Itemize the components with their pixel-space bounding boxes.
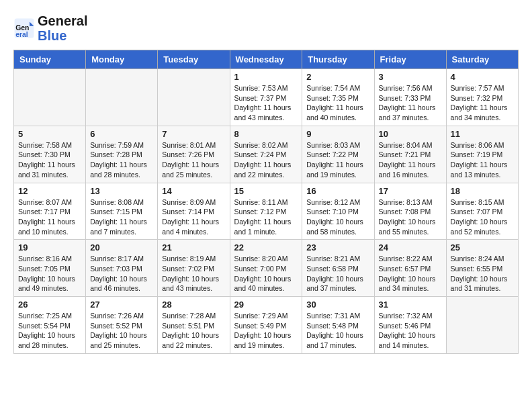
calendar-cell [86, 69, 158, 126]
day-number: 9 [306, 129, 369, 139]
calendar-cell: 28Sunrise: 7:28 AM Sunset: 5:51 PM Dayli… [158, 297, 230, 354]
svg-text:eral: eral [15, 31, 28, 38]
day-info: Sunrise: 7:54 AM Sunset: 7:35 PM Dayligh… [306, 83, 369, 123]
logo: Gen eral General Blue [13, 13, 87, 43]
day-number: 26 [18, 300, 81, 310]
calendar-cell: 30Sunrise: 7:31 AM Sunset: 5:48 PM Dayli… [302, 297, 374, 354]
day-number: 8 [234, 129, 298, 139]
logo-icon: Gen eral [13, 17, 35, 39]
calendar-cell: 17Sunrise: 8:13 AM Sunset: 7:08 PM Dayli… [374, 183, 446, 240]
day-info: Sunrise: 8:03 AM Sunset: 7:22 PM Dayligh… [306, 140, 369, 180]
weekday-header-sunday: Sunday [14, 50, 86, 69]
day-info: Sunrise: 8:16 AM Sunset: 7:05 PM Dayligh… [18, 254, 81, 293]
calendar-cell: 14Sunrise: 8:09 AM Sunset: 7:14 PM Dayli… [158, 183, 230, 240]
day-info: Sunrise: 8:24 AM Sunset: 6:55 PM Dayligh… [451, 254, 514, 293]
day-info: Sunrise: 8:04 AM Sunset: 7:21 PM Dayligh… [379, 140, 442, 180]
calendar-cell: 2Sunrise: 7:54 AM Sunset: 7:35 PM Daylig… [302, 69, 374, 126]
day-number: 6 [90, 129, 153, 139]
calendar-cell: 27Sunrise: 7:26 AM Sunset: 5:52 PM Dayli… [86, 297, 158, 354]
day-info: Sunrise: 8:13 AM Sunset: 7:08 PM Dayligh… [379, 197, 442, 237]
logo-blue: Blue [38, 28, 66, 43]
day-info: Sunrise: 7:53 AM Sunset: 7:37 PM Dayligh… [234, 83, 298, 123]
calendar-cell: 16Sunrise: 8:12 AM Sunset: 7:10 PM Dayli… [302, 183, 374, 240]
day-number: 25 [451, 242, 514, 253]
calendar-cell: 15Sunrise: 8:11 AM Sunset: 7:12 PM Dayli… [230, 183, 302, 240]
day-info: Sunrise: 7:59 AM Sunset: 7:28 PM Dayligh… [90, 140, 153, 180]
day-number: 30 [306, 300, 369, 310]
calendar-cell: 25Sunrise: 8:24 AM Sunset: 6:55 PM Dayli… [446, 240, 518, 297]
day-info: Sunrise: 8:07 AM Sunset: 7:17 PM Dayligh… [18, 197, 81, 237]
day-number: 31 [379, 300, 442, 310]
calendar-cell: 20Sunrise: 8:17 AM Sunset: 7:03 PM Dayli… [86, 240, 158, 297]
calendar-cell: 9Sunrise: 8:03 AM Sunset: 7:22 PM Daylig… [302, 126, 374, 183]
day-info: Sunrise: 7:25 AM Sunset: 5:54 PM Dayligh… [18, 311, 81, 351]
day-number: 22 [234, 242, 298, 253]
calendar-cell: 22Sunrise: 8:20 AM Sunset: 7:00 PM Dayli… [230, 240, 302, 297]
day-number: 12 [18, 186, 81, 196]
calendar-cell: 31Sunrise: 7:32 AM Sunset: 5:46 PM Dayli… [374, 297, 446, 354]
day-info: Sunrise: 8:09 AM Sunset: 7:14 PM Dayligh… [162, 197, 225, 237]
calendar-cell [158, 69, 230, 126]
calendar-cell: 3Sunrise: 7:56 AM Sunset: 7:33 PM Daylig… [374, 69, 446, 126]
day-number: 23 [306, 242, 369, 253]
day-number: 2 [306, 72, 369, 82]
day-info: Sunrise: 7:58 AM Sunset: 7:30 PM Dayligh… [18, 140, 81, 180]
day-info: Sunrise: 8:19 AM Sunset: 7:02 PM Dayligh… [162, 254, 225, 293]
calendar-week-5: 26Sunrise: 7:25 AM Sunset: 5:54 PM Dayli… [14, 297, 519, 354]
day-info: Sunrise: 8:21 AM Sunset: 6:58 PM Dayligh… [306, 254, 369, 293]
page-header: Gen eral General Blue [13, 13, 519, 43]
day-info: Sunrise: 8:12 AM Sunset: 7:10 PM Dayligh… [306, 197, 369, 237]
day-info: Sunrise: 8:17 AM Sunset: 7:03 PM Dayligh… [90, 254, 153, 293]
day-number: 10 [379, 129, 442, 139]
day-info: Sunrise: 7:57 AM Sunset: 7:32 PM Dayligh… [451, 83, 514, 123]
day-info: Sunrise: 7:31 AM Sunset: 5:48 PM Dayligh… [306, 311, 369, 351]
calendar-cell [14, 69, 86, 126]
day-number: 16 [306, 186, 369, 196]
day-number: 29 [234, 300, 298, 310]
calendar-week-3: 12Sunrise: 8:07 AM Sunset: 7:17 PM Dayli… [14, 183, 519, 240]
day-number: 11 [451, 129, 514, 139]
calendar-cell: 24Sunrise: 8:22 AM Sunset: 6:57 PM Dayli… [374, 240, 446, 297]
day-info: Sunrise: 8:06 AM Sunset: 7:19 PM Dayligh… [451, 140, 514, 180]
day-number: 7 [162, 129, 225, 139]
day-number: 21 [162, 242, 225, 253]
calendar-cell [446, 297, 518, 354]
calendar-cell: 26Sunrise: 7:25 AM Sunset: 5:54 PM Dayli… [14, 297, 86, 354]
day-info: Sunrise: 7:28 AM Sunset: 5:51 PM Dayligh… [162, 311, 225, 351]
calendar-cell: 11Sunrise: 8:06 AM Sunset: 7:19 PM Dayli… [446, 126, 518, 183]
weekday-header-friday: Friday [374, 50, 446, 69]
calendar-cell: 13Sunrise: 8:08 AM Sunset: 7:15 PM Dayli… [86, 183, 158, 240]
calendar-cell: 7Sunrise: 8:01 AM Sunset: 7:26 PM Daylig… [158, 126, 230, 183]
day-info: Sunrise: 8:02 AM Sunset: 7:24 PM Dayligh… [234, 140, 298, 180]
calendar-cell: 21Sunrise: 8:19 AM Sunset: 7:02 PM Dayli… [158, 240, 230, 297]
day-number: 19 [18, 242, 81, 253]
weekday-header-monday: Monday [86, 50, 158, 69]
weekday-header-wednesday: Wednesday [230, 50, 302, 69]
day-number: 27 [90, 300, 153, 310]
day-info: Sunrise: 8:15 AM Sunset: 7:07 PM Dayligh… [451, 197, 514, 237]
calendar-week-1: 1Sunrise: 7:53 AM Sunset: 7:37 PM Daylig… [14, 69, 519, 126]
day-number: 18 [451, 186, 514, 196]
day-number: 24 [379, 242, 442, 253]
calendar-cell: 23Sunrise: 8:21 AM Sunset: 6:58 PM Dayli… [302, 240, 374, 297]
day-number: 15 [234, 186, 298, 196]
day-number: 14 [162, 186, 225, 196]
weekday-header-saturday: Saturday [446, 50, 518, 69]
day-number: 5 [18, 129, 81, 139]
calendar-cell: 4Sunrise: 7:57 AM Sunset: 7:32 PM Daylig… [446, 69, 518, 126]
day-number: 28 [162, 300, 225, 310]
calendar-cell: 29Sunrise: 7:29 AM Sunset: 5:49 PM Dayli… [230, 297, 302, 354]
day-number: 20 [90, 242, 153, 253]
calendar-week-4: 19Sunrise: 8:16 AM Sunset: 7:05 PM Dayli… [14, 240, 519, 297]
day-info: Sunrise: 8:08 AM Sunset: 7:15 PM Dayligh… [90, 197, 153, 237]
day-number: 13 [90, 186, 153, 196]
day-number: 4 [451, 72, 514, 82]
day-info: Sunrise: 7:56 AM Sunset: 7:33 PM Dayligh… [379, 83, 442, 123]
weekday-header-tuesday: Tuesday [158, 50, 230, 69]
day-info: Sunrise: 8:22 AM Sunset: 6:57 PM Dayligh… [379, 254, 442, 293]
day-info: Sunrise: 7:29 AM Sunset: 5:49 PM Dayligh… [234, 311, 298, 351]
calendar-cell: 12Sunrise: 8:07 AM Sunset: 7:17 PM Dayli… [14, 183, 86, 240]
day-info: Sunrise: 7:26 AM Sunset: 5:52 PM Dayligh… [90, 311, 153, 351]
day-number: 1 [234, 72, 298, 82]
calendar-cell: 18Sunrise: 8:15 AM Sunset: 7:07 PM Dayli… [446, 183, 518, 240]
